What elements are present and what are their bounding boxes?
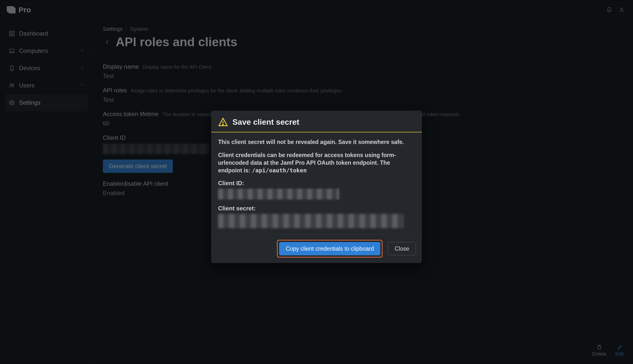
copy-button-highlight: Copy client credentials to clipboard — [277, 240, 382, 258]
warning-icon — [218, 117, 228, 127]
modal-warning-text: This client secret will not be revealed … — [218, 139, 404, 145]
save-client-secret-modal: Save client secret This client secret wi… — [211, 111, 422, 263]
close-modal-button[interactable]: Close — [388, 242, 416, 255]
modal-client-secret-redacted — [218, 214, 403, 228]
modal-client-secret-label: Client secret: — [218, 205, 415, 212]
modal-client-id-label: Client ID: — [218, 180, 415, 187]
modal-info-text: Client credentials can be redeemed for a… — [218, 152, 396, 174]
copy-credentials-button[interactable]: Copy client credentials to clipboard — [279, 242, 380, 255]
modal-client-id-redacted — [218, 189, 339, 200]
app-shell: Pro Dashboard — [0, 0, 633, 364]
modal-title: Save client secret — [233, 118, 299, 127]
modal-endpoint-code: /api/oauth/token — [252, 167, 307, 174]
svg-point-11 — [223, 124, 224, 125]
